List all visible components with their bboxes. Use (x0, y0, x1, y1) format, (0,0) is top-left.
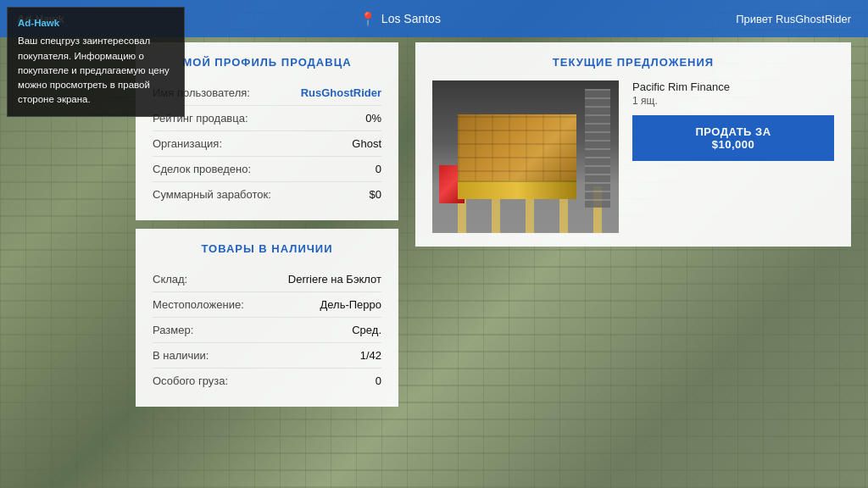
location-row: Местоположение: Дель-Перро (153, 292, 381, 318)
warehouse-label: Склад: (153, 273, 187, 286)
right-panel: ТЕКУЩИЕ ПРЕДЛОЖЕНИЯ Pacific Rim Finance … (415, 42, 851, 471)
size-row: Размер: Сред. (153, 318, 381, 343)
header-right: Привет RusGhostRider (736, 13, 851, 25)
header-username: RusGhostRider (776, 13, 851, 25)
earnings-value: $0 (370, 188, 381, 201)
stock-value: 1/42 (360, 349, 381, 362)
inv-location-value: Дель-Перро (320, 298, 381, 311)
deals-value: 0 (376, 163, 381, 175)
main-content: МОЙ ПРОФИЛЬ ПРОДАВЦА Имя пользователя: R… (136, 42, 851, 471)
crate-box (458, 114, 576, 199)
location-text: Los Santos (381, 12, 441, 25)
inventory-card: ТОВАРЫ В НАЛИЧИИ Склад: Derriere на Бэкл… (136, 229, 398, 407)
crate-image (432, 80, 619, 233)
org-row: Организация: Ghost (153, 131, 381, 157)
header-center: 📍 Los Santos (359, 11, 441, 27)
greeting-text: Привет (736, 13, 772, 25)
shelf-decoration (585, 89, 610, 208)
org-value: Ghost (352, 137, 381, 150)
offer-details: Pacific Rim Finance 1 ящ. ПРОДАТЬ ЗА$10,… (632, 80, 834, 164)
org-label: Организация: (153, 137, 222, 150)
stock-label: В наличии: (153, 349, 209, 362)
size-value: Сред. (352, 324, 381, 336)
earnings-label: Суммарный заработок: (153, 188, 271, 201)
notification-tooltip: Ad-Hawk Ваш спецгруз заинтересовал покуп… (7, 7, 185, 117)
inv-location-label: Местоположение: (153, 298, 244, 311)
deals-label: Сделок проведено: (153, 163, 251, 175)
location-pin-icon: 📍 (359, 11, 376, 27)
special-value: 0 (376, 374, 381, 387)
inventory-title: ТОВАРЫ В НАЛИЧИИ (153, 242, 381, 255)
tooltip-brand: Ad-Hawk (18, 16, 174, 30)
earnings-row: Суммарный заработок: $0 (153, 182, 381, 207)
offer-name: Pacific Rim Finance (632, 80, 834, 93)
offer-item: Pacific Rim Finance 1 ящ. ПРОДАТЬ ЗА$10,… (432, 80, 834, 233)
tooltip-text: Ваш спецгруз заинтересовал покупателя. И… (18, 34, 174, 107)
offers-card: ТЕКУЩИЕ ПРЕДЛОЖЕНИЯ Pacific Rim Finance … (415, 42, 851, 247)
special-row: Особого груза: 0 (153, 369, 381, 393)
rating-row: Рейтинг продавца: 0% (153, 106, 381, 131)
stock-row: В наличии: 1/42 (153, 343, 381, 369)
rating-value: 0% (365, 112, 381, 125)
warehouse-value: Derriere на Бэклот (288, 273, 381, 286)
special-label: Особого груза: (153, 374, 228, 387)
seller-profile-title: МОЙ ПРОФИЛЬ ПРОДАВЦА (153, 56, 381, 69)
username-row: Имя пользователя: RusGhostRider (153, 80, 381, 106)
offers-title: ТЕКУЩИЕ ПРЕДЛОЖЕНИЯ (432, 56, 834, 69)
offer-quantity: 1 ящ. (632, 95, 834, 107)
username-value: RusGhostRider (301, 86, 381, 99)
size-label: Размер: (153, 324, 193, 336)
sell-button[interactable]: ПРОДАТЬ ЗА$10,000 (632, 115, 834, 161)
warehouse-row: Склад: Derriere на Бэклот (153, 267, 381, 292)
deals-row: Сделок проведено: 0 (153, 157, 381, 182)
